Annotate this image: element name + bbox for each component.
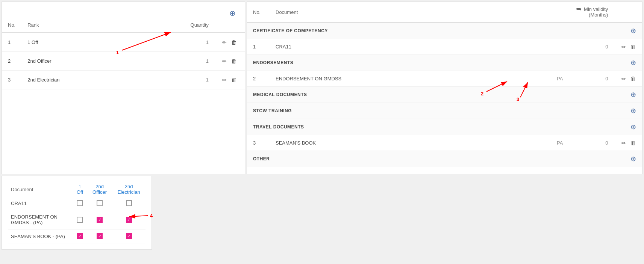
section-add-col: ⊕: [614, 23, 642, 39]
section-name: MEDICAL DOCUMENTS: [247, 87, 614, 103]
doc-row-min-val: 0: [569, 39, 614, 55]
edit-rank-button[interactable]: ✏: [221, 76, 228, 84]
delete-rank-button[interactable]: 🗑: [230, 76, 238, 84]
section-name: CERTIFICATE OF COMPETENCY: [247, 23, 614, 39]
rank-quantity: 1: [136, 71, 215, 89]
matrix-cell-col3[interactable]: ✓: [112, 229, 145, 243]
rank-actions: ✏ 🗑: [215, 71, 245, 89]
matrix-cell-col2[interactable]: ✓: [87, 210, 112, 229]
add-doc-button[interactable]: ⊕: [630, 91, 636, 99]
edit-rank-button[interactable]: ✏: [221, 57, 228, 65]
delete-doc-button[interactable]: 🗑: [629, 75, 638, 83]
checkbox-empty[interactable]: [97, 200, 103, 206]
doc-row-min-val: 0: [569, 135, 614, 151]
doc-section-header: MEDICAL DOCUMENTS ⊕: [247, 87, 642, 103]
add-rank-button[interactable]: ⊕: [229, 9, 236, 18]
matrix-cell-col2[interactable]: [87, 196, 112, 210]
matrix-col2: 2nd Officer: [87, 182, 112, 196]
doc-panel: No. Document Min validity (Months) CERTI…: [247, 2, 642, 174]
checkbox-checked[interactable]: ✓: [97, 217, 103, 223]
edit-doc-button[interactable]: ✏: [620, 75, 627, 83]
checkbox-empty[interactable]: [126, 200, 132, 206]
rank-quantity: 1: [136, 52, 215, 71]
matrix-col3: 2nd Electrician: [112, 182, 145, 196]
col-no: No.: [2, 18, 21, 33]
rank-no: 1: [2, 33, 21, 52]
doc-row-no: 1: [247, 39, 270, 55]
matrix-doc-name: ENDORSEMENT ON GMDSS - (PA): [8, 210, 73, 229]
section-add-col: ⊕: [614, 87, 642, 103]
matrix-cell-col1[interactable]: ✓: [73, 229, 87, 243]
matrix-col-document: Document: [8, 182, 73, 196]
rank-name: 1 Off: [21, 33, 136, 52]
delete-rank-button[interactable]: 🗑: [230, 57, 238, 65]
add-doc-button[interactable]: ⊕: [630, 27, 636, 35]
edit-doc-button[interactable]: ✏: [620, 139, 627, 147]
delete-doc-button[interactable]: 🗑: [629, 139, 638, 147]
rank-actions: ✏ 🗑: [215, 52, 245, 71]
add-doc-button[interactable]: ⊕: [630, 59, 636, 67]
doc-section-header: ENDORSEMENTS ⊕: [247, 55, 642, 71]
flag-icon: [576, 8, 581, 12]
doc-section-header: OTHER ⊕: [247, 151, 642, 167]
rank-name: 2nd Electrician: [21, 71, 136, 89]
doc-section-header: TRAVEL DOCUMENTS ⊕: [247, 119, 642, 135]
matrix-cell-col1[interactable]: [73, 196, 87, 210]
matrix-doc-name: SEAMAN'S BOOK - (PA): [8, 229, 73, 243]
checkbox-empty[interactable]: [77, 200, 83, 206]
delete-doc-button[interactable]: 🗑: [629, 43, 638, 51]
doc-row: 3 SEAMAN'S BOOK PA 0 ✏ 🗑: [247, 135, 642, 151]
add-doc-button[interactable]: ⊕: [630, 123, 636, 131]
section-add-col: ⊕: [614, 119, 642, 135]
section-add-col: ⊕: [614, 103, 642, 119]
edit-doc-button[interactable]: ✏: [620, 43, 627, 51]
doc-row-name: CRA11: [270, 39, 539, 55]
doc-row-actions: ✏ 🗑: [614, 39, 642, 55]
doc-row-pa: PA: [539, 135, 569, 151]
col-rank: Rank: [21, 18, 136, 33]
doc-col-document: Document: [270, 2, 539, 23]
checkbox-checked[interactable]: ✓: [126, 217, 132, 223]
doc-col-no: No.: [247, 2, 270, 23]
rank-no: 3: [2, 71, 21, 89]
rank-row: 3 2nd Electrician 1 ✏ 🗑: [2, 71, 245, 89]
matrix-row: CRA11: [8, 196, 145, 210]
doc-row-min-val: 0: [569, 71, 614, 87]
section-add-col: ⊕: [614, 151, 642, 167]
add-doc-button[interactable]: ⊕: [630, 107, 636, 115]
doc-col-actions: [614, 2, 642, 23]
doc-row: 1 CRA11 0 ✏ 🗑: [247, 39, 642, 55]
section-add-col: ⊕: [614, 55, 642, 71]
checkbox-checked[interactable]: ✓: [126, 233, 132, 239]
add-doc-button[interactable]: ⊕: [630, 155, 636, 163]
matrix-row: ENDORSEMENT ON GMDSS - (PA) ✓ ✓: [8, 210, 145, 229]
rank-row: 1 1 Off 1 ✏ 🗑: [2, 33, 245, 52]
section-name: STCW TRAINING: [247, 103, 614, 119]
matrix-cell-col3[interactable]: [112, 196, 145, 210]
doc-row-actions: ✏ 🗑: [614, 135, 642, 151]
section-name: ENDORSEMENTS: [247, 55, 614, 71]
matrix-col1: 1 Off: [73, 182, 87, 196]
doc-row-actions: ✏ 🗑: [614, 71, 642, 87]
doc-row-name: SEAMAN'S BOOK: [270, 135, 539, 151]
doc-section-header: CERTIFICATE OF COMPETENCY ⊕: [247, 23, 642, 39]
rank-actions: ✏ 🗑: [215, 33, 245, 52]
col-quantity: Quantity: [136, 18, 215, 33]
matrix-row: SEAMAN'S BOOK - (PA) ✓ ✓ ✓: [8, 229, 145, 243]
checkbox-empty[interactable]: [77, 217, 83, 223]
matrix-panel: Document 1 Off 2nd Officer 2nd Electrici…: [2, 176, 152, 250]
delete-rank-button[interactable]: 🗑: [230, 38, 238, 46]
doc-col-pa: [539, 2, 569, 23]
rank-panel: ⊕ No. Rank Quantity 1 1 Off 1 ✏ 🗑 2: [2, 2, 245, 174]
checkbox-checked[interactable]: ✓: [97, 233, 103, 239]
checkbox-checked[interactable]: ✓: [77, 233, 83, 239]
doc-row: 2 ENDORSEMENT ON GMDSS PA 0 ✏ 🗑: [247, 71, 642, 87]
doc-row-pa: PA: [539, 71, 569, 87]
doc-section-header: STCW TRAINING ⊕: [247, 103, 642, 119]
edit-rank-button[interactable]: ✏: [221, 39, 228, 46]
matrix-doc-name: CRA11: [8, 196, 73, 210]
matrix-cell-col1[interactable]: [73, 210, 87, 229]
matrix-cell-col2[interactable]: ✓: [87, 229, 112, 243]
doc-row-pa: [539, 39, 569, 55]
matrix-cell-col3[interactable]: ✓: [112, 210, 145, 229]
